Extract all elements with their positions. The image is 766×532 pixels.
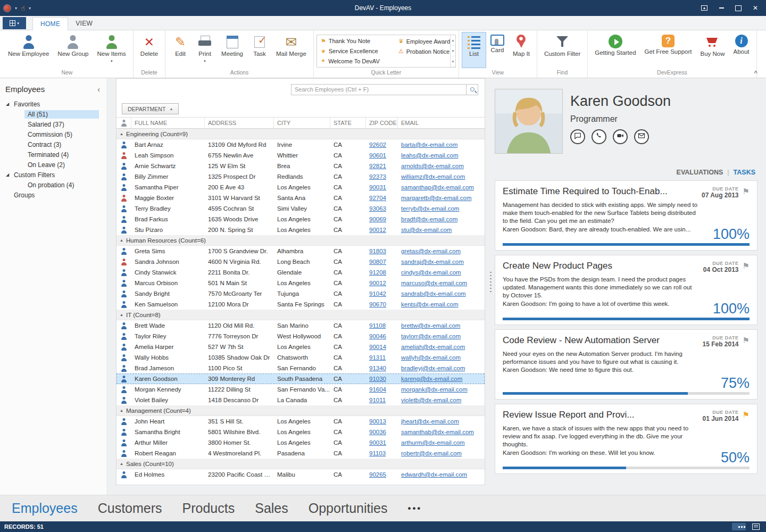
group-row-engineering-count-9[interactable]: Engineering (Count=9) <box>116 129 485 139</box>
email-link[interactable]: jheart@dx-email.com <box>401 418 459 425</box>
quick-access-customize-icon[interactable]: ▾ <box>29 6 31 11</box>
expander-icon[interactable]: ◢ <box>4 102 11 106</box>
getting-started-button[interactable]: Getting Started <box>590 32 640 68</box>
zip-link[interactable]: 90601 <box>369 152 386 159</box>
table-row-amelia-harper[interactable]: Amelia Harper527 W 7th StLos AngelesCA90… <box>116 342 485 352</box>
search-button[interactable] <box>466 85 478 95</box>
edit-button[interactable]: Edit <box>168 32 193 68</box>
tab-view[interactable]: VIEW <box>68 17 100 30</box>
zip-link[interactable]: 91604 <box>369 386 386 393</box>
email-link[interactable]: margaretb@dx-email.com <box>401 195 471 201</box>
get-free-support-button[interactable]: Get Free Support <box>640 32 696 68</box>
column-header-email[interactable]: EMAIL <box>398 118 485 128</box>
zip-link[interactable]: 92373 <box>369 173 386 180</box>
print-button[interactable]: Print▾ <box>193 32 217 68</box>
thank-you-note-item[interactable]: ⚑Thank You Note <box>317 36 395 46</box>
grid-header-icon-cell[interactable] <box>116 118 131 128</box>
phone-button[interactable] <box>592 129 606 144</box>
table-row-morgan-kennedy[interactable]: Morgan Kennedy11222 Dilling StSan Fernan… <box>116 384 485 395</box>
group-row-sales-count-10[interactable]: Sales (Count=10) <box>116 459 485 469</box>
zip-link[interactable]: 90014 <box>369 344 386 350</box>
nav-more-button[interactable]: ••• <box>407 503 422 514</box>
sidebar-item-salaried-37[interactable]: Salaried (37) <box>0 120 106 129</box>
email-link[interactable]: ameliah@dx-email.com <box>401 344 465 350</box>
email-link[interactable]: stu@dx-email.com <box>401 227 452 233</box>
email-link[interactable]: marcuso@dx-email.com <box>401 280 467 286</box>
sidebar-collapse-icon[interactable]: ‹ <box>97 86 100 93</box>
table-row-leah-simpson[interactable]: Leah Simpson6755 Newlin AveWhittierCA906… <box>116 150 485 161</box>
zip-link[interactable]: 90031 <box>369 439 386 446</box>
service-excellence-item[interactable]: ★Service Excellence <box>317 46 395 56</box>
zip-link[interactable]: 90069 <box>369 216 386 222</box>
table-row-sandra-johnson[interactable]: Sandra Johnson4600 N Virginia Rd.Long Be… <box>116 256 485 267</box>
probation-notice-item[interactable]: ⚠Probation Notice <box>395 46 450 56</box>
zip-link[interactable]: 90670 <box>369 301 386 307</box>
table-row-ken-samuelson[interactable]: Ken Samuelson12100 Mora DrSanta Fe Sprin… <box>116 299 485 310</box>
tab-evaluations[interactable]: EVALUATIONS <box>677 169 723 176</box>
zip-link[interactable]: 91030 <box>369 376 386 382</box>
map-it-button[interactable]: Map It <box>509 32 534 68</box>
zip-link[interactable]: 92602 <box>369 142 386 148</box>
sidebar-item-on-leave-2[interactable]: On Leave (2) <box>0 160 106 170</box>
table-row-ed-holmes[interactable]: Ed Holmes23200 Pacific Coast HwyMalibuCA… <box>116 469 485 480</box>
column-header-state[interactable]: STATE <box>330 118 366 128</box>
flag-icon[interactable] <box>743 262 750 270</box>
table-row-marcus-orbison[interactable]: Marcus Orbison501 N Main StLos AngelesCA… <box>116 278 485 288</box>
nav-item-opportunities[interactable]: Opportunities <box>309 501 388 516</box>
flag-icon[interactable] <box>743 411 750 419</box>
welcome-to-devav-item[interactable]: ✦Welcome To DevAV <box>317 56 395 66</box>
nav-item-products[interactable]: Products <box>182 501 235 516</box>
email-link[interactable]: violetb@dx-email.com <box>401 397 461 403</box>
sidebar-item-favorites[interactable]: ◢Favorites <box>0 99 106 109</box>
card-button[interactable]: Card <box>486 32 509 68</box>
email-link[interactable]: barta@dx-email.com <box>401 142 457 148</box>
table-row-maggie-boxter[interactable]: Maggie Boxter3101 W Harvard StSanta AnaC… <box>116 193 485 203</box>
group-row-human-resources-count-6[interactable]: Human Resources (Count=6) <box>116 235 485 246</box>
table-row-arnie-schwartz[interactable]: Arnie Schwartz125 W Elm StBreaCA92821arn… <box>116 161 485 171</box>
sidebar-item-contract-3[interactable]: Contract (3) <box>0 140 106 149</box>
task-card-estimate-time-required-to-touch-enab[interactable]: Estimate Time Required to Touch-Enab...D… <box>495 180 757 251</box>
table-row-samantha-piper[interactable]: Samantha Piper200 E Ave 43Los AngelesCA9… <box>116 182 485 193</box>
column-header-address[interactable]: ADDRESS <box>205 118 274 128</box>
zip-link[interactable]: 91311 <box>369 354 386 361</box>
email-link[interactable]: robertr@dx-email.com <box>401 450 462 456</box>
table-row-wally-hobbs[interactable]: Wally Hobbs10385 Shadow Oak DrChatsworth… <box>116 352 485 363</box>
zip-link[interactable]: 91042 <box>369 290 386 297</box>
zip-link[interactable]: 90031 <box>369 184 386 190</box>
task-card-review-issue-report-and-provi[interactable]: Review Issue Report and Provi...DUE DATE… <box>495 404 757 474</box>
task-card-code-review-new-automation-server[interactable]: Code Review - New Automation ServerDUE D… <box>495 329 757 400</box>
delete-button[interactable]: Delete <box>136 32 162 68</box>
group-expander-icon[interactable] <box>120 313 126 317</box>
group-row-management-count-4[interactable]: Management (Count=4) <box>116 405 485 416</box>
table-row-samantha-bright[interactable]: Samantha Bright5801 Wilshire Blvd.Los An… <box>116 427 485 437</box>
email-link[interactable]: samanthab@dx-email.com <box>401 429 474 435</box>
email-link[interactable]: sandrab@dx-email.com <box>401 290 466 297</box>
column-header-full-name[interactable]: FULL NAME <box>131 118 205 128</box>
new-employee-button[interactable]: New Employee <box>4 32 53 68</box>
sidebar-item-on-probation-4[interactable]: On probation (4) <box>0 180 106 190</box>
meeting-button[interactable]: Meeting <box>217 32 247 68</box>
table-row-brett-wade[interactable]: Brett Wade1120 Old Mill Rd.San MarinoCA9… <box>116 320 485 331</box>
email-link[interactable]: morgank@dx-email.com <box>401 386 468 393</box>
sidebar-item-all-51[interactable]: All (51) <box>0 110 106 119</box>
about-button[interactable]: About <box>729 32 754 68</box>
table-row-billy-zimmer[interactable]: Billy Zimmer1325 Prospect DrRedlandsCA92… <box>116 171 485 182</box>
keyboard-indicator-icon[interactable] <box>732 523 746 530</box>
nav-item-customers[interactable]: Customers <box>98 501 162 516</box>
zip-link[interactable]: 93063 <box>369 205 386 212</box>
email-link[interactable]: gretas@dx-email.com <box>401 248 461 254</box>
task-card-create-new-product-pages[interactable]: Create New Product PagesDUE DATE04 Oct 2… <box>495 255 757 325</box>
email-link[interactable]: terryb@dx-email.com <box>401 205 459 212</box>
zip-link[interactable]: 91011 <box>369 397 386 403</box>
email-link[interactable]: bradf@dx-email.com <box>401 216 457 222</box>
sidebar-item-commission-5[interactable]: Commission (5) <box>0 130 106 139</box>
table-row-terry-bradley[interactable]: Terry Bradley4595 Cochran StSimi ValleyC… <box>116 203 485 214</box>
column-header-city[interactable]: CITY <box>274 118 330 128</box>
gallery-scroll-down-button[interactable]: ▾ <box>451 46 455 56</box>
email-link[interactable]: sandraj@dx-email.com <box>401 259 464 265</box>
minimize-button[interactable] <box>714 2 729 14</box>
email-link[interactable]: kents@dx-email.com <box>401 301 459 307</box>
zip-link[interactable]: 90265 <box>369 471 386 478</box>
table-row-stu-pizaro[interactable]: Stu Pizaro200 N. Spring StLos AngelesCA9… <box>116 225 485 235</box>
panel-indicator-icon[interactable] <box>752 523 760 530</box>
